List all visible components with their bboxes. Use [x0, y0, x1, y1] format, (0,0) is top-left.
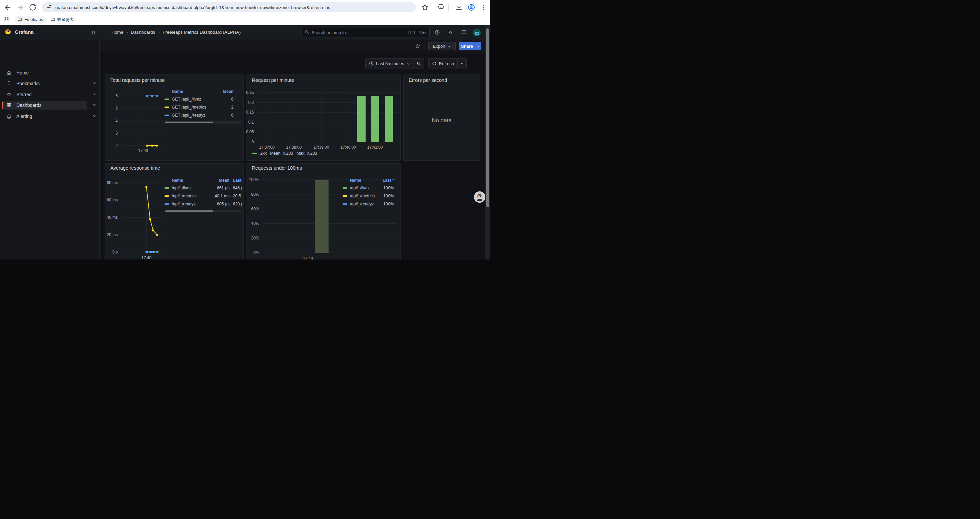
legend-header: Name Mean [164, 88, 242, 95]
chevron-down-icon[interactable] [92, 102, 96, 108]
legend-row[interactable]: GET /api/_/readyz 6 [164, 111, 242, 119]
panel-requests-under-100ms[interactable]: Requests under 100ms 100%80%60%40%20%0% … [247, 163, 401, 260]
refresh-interval-button[interactable] [458, 58, 467, 69]
help-icon[interactable] [434, 30, 440, 35]
series-name[interactable]: GET /api/_/livez [172, 97, 218, 102]
chevron-down-icon[interactable] [92, 113, 96, 119]
menu-kebab-icon[interactable] [479, 3, 487, 11]
sidebar-item-bookmarks[interactable]: Bookmarks [2, 79, 87, 88]
sidebar-item-dashboards[interactable]: Dashboards [2, 101, 87, 110]
series-last: 646 µs [233, 186, 242, 190]
x-axis: 17:40 [121, 254, 163, 260]
legend-col-last[interactable]: Last * [379, 178, 394, 183]
series-name[interactable]: /api/_/metrics [172, 194, 210, 198]
series-name[interactable]: /api/_/livez [172, 186, 210, 190]
folder-icon [18, 17, 22, 23]
bookmark-star-icon[interactable] [421, 3, 429, 11]
series-swatch [164, 107, 169, 108]
favorite-star-icon[interactable] [415, 43, 421, 49]
bookmark-folder-freeleaps[interactable]: Freeleaps [15, 16, 46, 24]
series-last: 620 µs [233, 202, 242, 206]
bar-chart[interactable] [257, 93, 399, 142]
panel-title: Total requests per minute [110, 77, 165, 83]
search-placeholder: Search or jump to... [312, 30, 408, 35]
scrollbar-thumb[interactable] [486, 29, 489, 207]
series-name[interactable]: GET /api/_/metrics [172, 105, 218, 110]
sidebar-item-label: Starred [16, 92, 32, 97]
x-axis: 17:40 [262, 255, 397, 260]
legend-row[interactable]: GET /api/_/metrics 2 [164, 103, 242, 111]
legend-row[interactable]: /api/_/readyz 605 µs 620 µs [164, 200, 242, 208]
floating-assistant-avatar[interactable] [474, 192, 485, 203]
legend-row[interactable]: /api/_/metrics 100% [342, 192, 394, 200]
chevron-down-icon [477, 45, 480, 48]
series-name[interactable]: 2xx [260, 151, 267, 156]
legend-row[interactable]: /api/_/readyz 100% [342, 200, 394, 208]
legend-scrollbar[interactable] [164, 121, 242, 124]
zoom-out-button[interactable] [414, 58, 424, 69]
legend-row[interactable]: /api/_/livez 100% [342, 184, 394, 192]
refresh-label: Refresh [439, 61, 454, 66]
address-bar[interactable]: grafana.mathmast.com/d/deytv4rwavabkb/fr… [42, 2, 416, 12]
series-name[interactable]: /api/_/readyz [172, 202, 210, 206]
reload-icon[interactable] [29, 3, 37, 11]
legend-row[interactable]: GET /api/_/livez 6 [164, 95, 242, 103]
series-name[interactable]: /api/_/readyz [350, 202, 379, 206]
sidebar-item-alerting[interactable]: Alerting [2, 112, 87, 121]
bookmarks-divider [12, 17, 12, 23]
search-input[interactable]: Search or jump to... ⌘+k [302, 28, 430, 37]
grafana-app: Grafana Home › Dashboards › Freeleaps Me… [0, 25, 490, 260]
series-swatch [342, 195, 347, 197]
legend[interactable]: 2xx Mean: 0.233 Max: 0.233 [252, 151, 317, 156]
legend-col-name[interactable]: Name [342, 178, 379, 183]
site-settings-icon[interactable] [47, 4, 52, 11]
dashboard-actions-row: Export Share [100, 40, 485, 53]
share-button[interactable]: Share [459, 42, 475, 50]
sidebar-collapse-icon[interactable] [91, 30, 95, 35]
download-icon[interactable] [455, 3, 463, 11]
breadcrumb-dashboards[interactable]: Dashboards [131, 30, 155, 35]
sidebar-item-starred[interactable]: Starred [2, 90, 87, 99]
legend-col-last[interactable]: Last * [233, 178, 242, 183]
legend-col-mean[interactable]: Mean [218, 89, 234, 94]
legend-col-name[interactable]: Name [164, 89, 218, 94]
panel-average-response-time[interactable]: Average response time 80 ms60 ms40 ms20 … [105, 163, 244, 260]
chevron-down-icon [407, 62, 410, 65]
sidebar-item-home[interactable]: Home [2, 69, 87, 77]
share-menu-button[interactable] [475, 42, 481, 50]
apps-grid-icon[interactable] [4, 17, 9, 23]
user-avatar[interactable] [473, 29, 480, 37]
legend-table: Name Mean Last * /api/_/livez 661 µs 646… [164, 177, 242, 208]
time-range-picker[interactable]: Last 5 minutes [365, 58, 414, 69]
rss-icon[interactable] [448, 30, 453, 35]
bookmark-folder-blogs[interactable]: 收藏博客 [48, 16, 77, 24]
series-name[interactable]: /api/_/metrics [350, 194, 379, 198]
dashboard-content: Last 5 minutes Refresh Total requests pe… [100, 53, 485, 260]
monitor-icon[interactable] [461, 30, 467, 35]
page-scrollbar[interactable] [485, 25, 490, 260]
legend-scrollbar[interactable] [164, 210, 242, 212]
profile-icon[interactable] [467, 3, 475, 11]
forward-icon[interactable] [16, 3, 24, 11]
export-button[interactable]: Export [428, 42, 456, 50]
series-name[interactable]: GET /api/_/readyz [172, 113, 218, 118]
series-name[interactable]: /api/_/livez [350, 186, 379, 190]
line-chart[interactable] [121, 96, 163, 145]
legend-col-name[interactable]: Name [164, 178, 210, 183]
extensions-icon[interactable] [437, 3, 445, 11]
panel-request-per-minute[interactable]: Request per minute 0.250.20.150.10.050 1… [247, 75, 401, 161]
legend-col-mean[interactable]: Mean [210, 178, 229, 183]
line-chart[interactable] [121, 183, 163, 252]
legend-row[interactable]: /api/_/metrics 40.1 ms 20.5 ms [164, 192, 242, 200]
time-range-label: Last 5 minutes [376, 61, 404, 66]
legend-row[interactable]: /api/_/livez 661 µs 646 µs [164, 184, 242, 192]
grafana-brand[interactable]: Grafana [4, 27, 34, 37]
chevron-down-icon[interactable] [92, 92, 96, 97]
refresh-button[interactable]: Refresh [428, 58, 458, 69]
panel-total-requests-per-minute[interactable]: Total requests per minute 65432 17:40 Na… [105, 75, 244, 161]
breadcrumb-home[interactable]: Home [111, 30, 123, 35]
grafana-header: Grafana Home › Dashboards › Freeleaps Me… [0, 25, 490, 40]
back-icon[interactable] [4, 3, 12, 11]
panel-errors-per-second[interactable]: Errors per second No data [403, 75, 480, 161]
chevron-down-icon[interactable] [92, 81, 96, 86]
